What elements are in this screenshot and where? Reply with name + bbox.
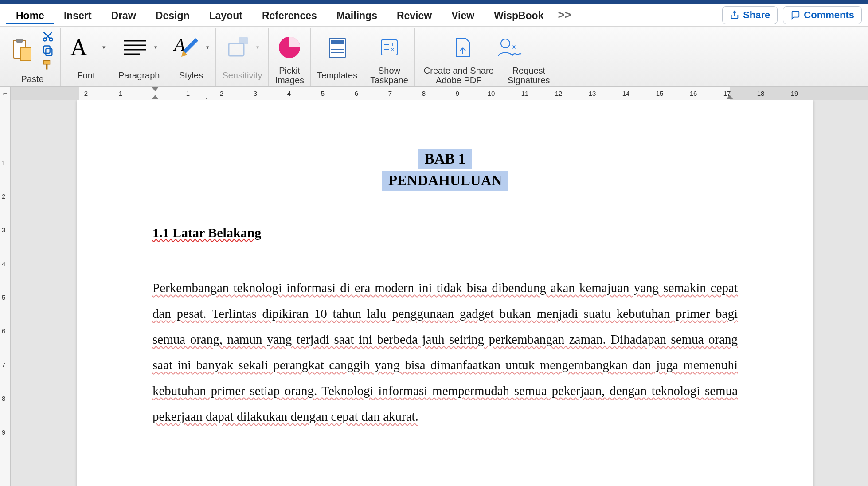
chevron-down-icon[interactable]: ▾ [256, 44, 259, 51]
chapter-subtitle[interactable]: PENDAHULUAN [382, 171, 508, 191]
vruler-tick: 8 [2, 395, 5, 402]
ribbon-tabs: Home Insert Draw Design Layout Reference… [0, 4, 868, 27]
group-styles: A ▾ Styles [166, 28, 216, 86]
chevron-down-icon[interactable]: ▾ [102, 44, 106, 51]
group-paragraph: ▾ Paragraph [112, 28, 166, 86]
pdf-share-icon [450, 35, 475, 60]
group-taskpane: + × Show Taskpane [364, 28, 415, 86]
ruler-tick: 10 [488, 90, 495, 97]
chevron-down-icon[interactable]: ▾ [154, 44, 157, 51]
svg-text:×: × [391, 47, 394, 53]
tab-wispbook[interactable]: WispBook [484, 5, 553, 24]
ruler-tick: 8 [422, 90, 426, 97]
tab-draw[interactable]: Draw [102, 5, 146, 24]
ruler-tick: 13 [589, 90, 596, 97]
ruler-tick: 2 [220, 90, 223, 97]
ruler-tick: 19 [791, 90, 798, 97]
svg-rect-1 [16, 39, 23, 43]
tab-references[interactable]: References [252, 5, 327, 24]
styles-button[interactable]: A [172, 35, 202, 60]
vruler-tick: 1 [2, 159, 5, 166]
group-label-templates: Templates [317, 64, 357, 86]
styles-icon: A [172, 35, 202, 60]
ruler-tick: 9 [456, 90, 459, 97]
group-label-font: Font [77, 64, 95, 86]
section-heading[interactable]: 1.1 Latar Belakang [152, 225, 738, 240]
paragraph-lines-icon [121, 35, 150, 60]
ruler-tick: 18 [757, 90, 765, 97]
document-canvas[interactable]: BAB 1 PENDAHULUAN 1.1 Latar Belakang Per… [11, 100, 868, 486]
tab-mailings[interactable]: Mailings [327, 5, 387, 24]
page[interactable]: BAB 1 PENDAHULUAN 1.1 Latar Belakang Per… [77, 100, 813, 486]
pickit-swirl-icon [277, 35, 302, 60]
ruler-left-margin [11, 87, 79, 100]
vruler-tick: 4 [2, 260, 5, 267]
show-taskpane-button[interactable]: + × [377, 35, 402, 60]
ruler-tick: 14 [622, 90, 630, 97]
svg-rect-13 [229, 43, 244, 56]
workspace: 1 2 3 4 5 6 7 8 9 BAB 1 PENDAHULUAN 1.1 … [0, 100, 868, 486]
request-signatures-button[interactable]: x [493, 35, 524, 60]
body-paragraph[interactable]: Perkembangan teknologi informasi di era … [152, 275, 738, 429]
group-pickit: Pickit Images [269, 28, 311, 86]
group-font: A ▾ Font [61, 28, 112, 86]
group-label-sensitivity: Sensitivity [222, 64, 262, 86]
horizontal-ruler[interactable]: ⌐ 2 1 1 2 3 4 5 6 7 8 9 10 11 12 13 14 1… [11, 87, 868, 100]
ruler-tick: 12 [555, 90, 563, 97]
vruler-tick: 2 [2, 192, 5, 200]
paste-button[interactable] [11, 38, 35, 63]
ruler-tick: 11 [521, 90, 529, 97]
svg-rect-6 [44, 46, 50, 53]
font-button[interactable]: A [67, 35, 98, 60]
taskpane-icon: + × [377, 35, 402, 60]
tab-view[interactable]: View [442, 5, 484, 24]
pickit-images-button[interactable] [277, 35, 302, 60]
templates-icon [325, 35, 350, 60]
group-label-paste: Paste [21, 71, 43, 86]
chapter-title[interactable]: BAB 1 [418, 149, 472, 169]
tab-home[interactable]: Home [6, 5, 54, 24]
tab-layout[interactable]: Layout [199, 5, 252, 24]
ruler-tick: 15 [656, 90, 664, 97]
create-share-pdf-button[interactable] [450, 35, 475, 60]
cut-icon[interactable] [42, 30, 54, 43]
chevron-down-icon[interactable]: ▾ [206, 44, 209, 51]
tabs-overflow-icon[interactable]: >> [553, 8, 575, 22]
tab-design[interactable]: Design [146, 5, 199, 24]
vertical-ruler[interactable]: 1 2 3 4 5 6 7 8 9 [0, 100, 11, 486]
vruler-tick: 6 [2, 327, 5, 335]
ruler-tick: 6 [355, 90, 358, 97]
vruler-tick: 9 [2, 428, 5, 436]
share-button[interactable]: Share [722, 6, 778, 24]
title-bar [0, 0, 868, 4]
comments-button[interactable]: Comments [783, 6, 862, 24]
tab-review[interactable]: Review [387, 5, 442, 24]
ruler-right-margin [730, 87, 868, 100]
group-label-signatures: Request Signatures [504, 64, 553, 86]
ruler-tick: 17 [723, 90, 731, 97]
group-label-taskpane: Show Taskpane [370, 64, 408, 86]
tab-insert[interactable]: Insert [54, 5, 102, 24]
paragraph-button[interactable] [121, 35, 150, 60]
group-sensitivity: ▾ Sensitivity [216, 28, 269, 86]
hanging-indent-marker[interactable] [152, 95, 159, 99]
svg-rect-21 [381, 40, 397, 55]
clipboard-paste-icon [11, 38, 35, 63]
group-clipboard: Paste [4, 28, 61, 86]
tab-selector-icon[interactable]: ⌐ [0, 87, 11, 100]
svg-text:x: x [512, 43, 516, 50]
comments-label: Comments [804, 9, 854, 21]
group-adobe: x Create and Share Adobe PDF Request Sig… [415, 28, 559, 86]
svg-rect-17 [331, 40, 344, 44]
group-label-styles: Styles [179, 64, 203, 86]
format-painter-icon[interactable] [42, 59, 54, 71]
copy-icon[interactable] [42, 44, 54, 57]
first-line-indent-marker[interactable] [152, 87, 159, 91]
ruler-tick: 5 [321, 90, 325, 97]
ruler-tick: 2 [84, 90, 88, 97]
vruler-tick: 5 [2, 294, 5, 301]
templates-button[interactable] [325, 35, 350, 60]
group-label-paragraph: Paragraph [118, 64, 160, 86]
sensitivity-button[interactable] [225, 35, 252, 60]
comment-icon [790, 10, 800, 20]
